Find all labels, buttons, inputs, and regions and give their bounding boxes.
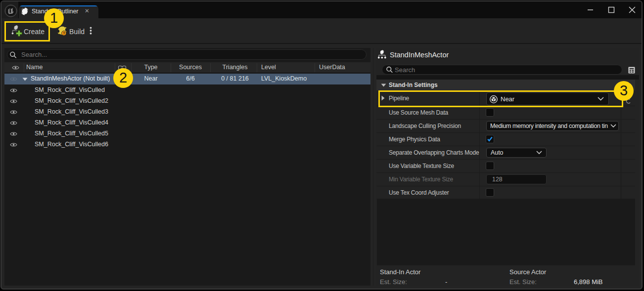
svg-text:?: ? (63, 31, 65, 36)
